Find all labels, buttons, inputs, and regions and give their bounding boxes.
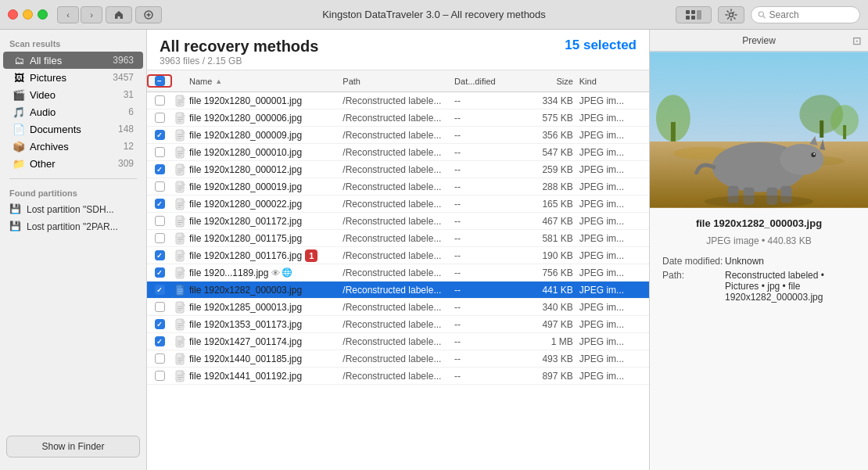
traffic-lights xyxy=(8,9,48,20)
col-header-size[interactable]: Size xyxy=(524,77,579,86)
row-checkbox-3[interactable] xyxy=(147,147,172,157)
table-row[interactable]: file 1920...1189.jpg👁🌐 /Reconstructed la… xyxy=(147,264,649,282)
sidebar-item-audio[interactable]: 🎵 Audio 6 xyxy=(3,103,143,120)
row-checkbox-11[interactable] xyxy=(147,285,172,295)
table-row[interactable]: file 1920x1280_000010.jpg /Reconstructed… xyxy=(147,144,649,161)
maximize-button[interactable] xyxy=(38,9,48,20)
sort-arrow-icon: ▲ xyxy=(215,77,222,85)
row-checkbox-5[interactable] xyxy=(147,181,172,192)
row-name-0: file 1920x1280_000001.jpg xyxy=(189,95,343,106)
sidebar-item-all-files[interactable]: 🗂 All files 3963 xyxy=(3,52,143,69)
row-checkbox-15[interactable] xyxy=(147,353,172,364)
row-path-1: /Reconstructed labele... xyxy=(343,113,454,124)
select-all-checkbox[interactable] xyxy=(147,74,172,88)
partition-item-partition-1[interactable]: 💾 Lost partition "SDH... xyxy=(0,201,146,218)
row-checkbox-10[interactable] xyxy=(147,267,172,278)
sidebar-item-documents[interactable]: 📄 Documents 148 xyxy=(3,120,143,138)
row-file-icon-10 xyxy=(172,267,189,279)
table-row[interactable]: file 1920x1427_001174.jpg /Reconstructed… xyxy=(147,333,649,350)
row-date-10: -- xyxy=(454,267,524,278)
partition-item-partition-2[interactable]: 💾 Lost partition "2PAR... xyxy=(0,218,146,235)
col-header-name[interactable]: Name ▲ xyxy=(189,77,343,86)
row-checkbox-0[interactable] xyxy=(147,95,172,106)
row-path-16: /Reconstructed labele... xyxy=(343,371,454,382)
sidebar-label-archives: Archives xyxy=(30,141,124,152)
table-row[interactable]: file 1920x1285_000013.jpg /Reconstructed… xyxy=(147,299,649,316)
search-input[interactable] xyxy=(769,9,853,20)
checkbox-4[interactable] xyxy=(155,164,165,174)
checkbox-8[interactable] xyxy=(155,233,165,243)
row-kind-2: JPEG im... xyxy=(579,130,649,141)
checkbox-2[interactable] xyxy=(155,130,165,140)
col-header-date[interactable]: Dat...dified xyxy=(454,77,524,86)
table-row[interactable]: file 1920x1441_001192.jpg /Reconstructed… xyxy=(147,368,649,385)
row-checkbox-1[interactable] xyxy=(147,113,172,123)
forward-button[interactable]: › xyxy=(81,6,102,23)
row-path-5: /Reconstructed labele... xyxy=(343,181,454,192)
table-row[interactable]: file 1920x1280_001172.jpg /Reconstructed… xyxy=(147,213,649,230)
col-header-path[interactable]: Path xyxy=(343,77,454,86)
view-toggle[interactable] xyxy=(676,6,712,23)
checkbox-15[interactable] xyxy=(155,353,165,364)
table-row[interactable]: file 1920x1353_001173.jpg /Reconstructed… xyxy=(147,316,649,333)
sidebar-item-archives[interactable]: 📦 Archives 12 xyxy=(3,138,143,155)
table-body: file 1920x1280_000001.jpg /Reconstructed… xyxy=(147,92,649,470)
row-kind-13: JPEG im... xyxy=(579,319,649,330)
sidebar-item-pictures[interactable]: 🖼 Pictures 3457 xyxy=(3,69,143,86)
row-checkbox-13[interactable] xyxy=(147,319,172,329)
table-row[interactable]: file 1920x1280_000019.jpg /Reconstructed… xyxy=(147,178,649,196)
row-checkbox-16[interactable] xyxy=(147,371,172,381)
table-row[interactable]: file 1920x1282_000003.jpg /Reconstructed… xyxy=(147,282,649,299)
checkbox-14[interactable] xyxy=(155,336,165,346)
table-row[interactable]: file 1920x1280_000001.jpg /Reconstructed… xyxy=(147,92,649,109)
close-button[interactable] xyxy=(8,9,18,20)
checkbox-10[interactable] xyxy=(155,267,165,278)
search-box[interactable] xyxy=(751,6,860,23)
row-checkbox-6[interactable] xyxy=(147,199,172,209)
table-row[interactable]: file 1920x1280_000009.jpg /Reconstructed… xyxy=(147,127,649,144)
minimize-button[interactable] xyxy=(23,9,33,20)
row-checkbox-4[interactable] xyxy=(147,164,172,174)
checkbox-13[interactable] xyxy=(155,319,165,329)
back-button[interactable]: ‹ xyxy=(57,6,79,23)
row-checkbox-8[interactable] xyxy=(147,233,172,243)
checkbox-9[interactable] xyxy=(155,250,165,260)
sidebar-item-video[interactable]: 🎬 Video 31 xyxy=(3,86,143,103)
home-button[interactable] xyxy=(106,6,132,23)
sidebar-count-all-files: 3963 xyxy=(113,55,134,66)
sidebar-item-other[interactable]: 📁 Other 309 xyxy=(3,155,143,172)
checkbox-6[interactable] xyxy=(155,199,165,209)
col-header-kind[interactable]: Kind xyxy=(579,77,649,86)
table-row[interactable]: file 1920x1440_001185.jpg /Reconstructed… xyxy=(147,350,649,368)
header-checkbox[interactable] xyxy=(155,76,165,86)
row-checkbox-2[interactable] xyxy=(147,130,172,140)
row-path-2: /Reconstructed labele... xyxy=(343,130,454,141)
table-row[interactable]: file 1920x1280_000006.jpg /Reconstructed… xyxy=(147,109,649,127)
checkbox-5[interactable] xyxy=(155,181,165,192)
titlebar: ‹ › Kingston DataTraveler 3.0 – All reco… xyxy=(0,0,868,30)
row-kind-7: JPEG im... xyxy=(579,216,649,227)
table-row[interactable]: file 1920x1280_000012.jpg /Reconstructed… xyxy=(147,161,649,178)
checkbox-11[interactable] xyxy=(155,285,165,295)
table-row[interactable]: file 1920x1280_000022.jpg /Reconstructed… xyxy=(147,196,649,213)
checkbox-1[interactable] xyxy=(155,113,165,123)
table-row[interactable]: file 1920x1280_001175.jpg /Reconstructed… xyxy=(147,230,649,247)
row-checkbox-9[interactable] xyxy=(147,250,172,260)
row-file-icon-15 xyxy=(172,353,189,365)
checkbox-7[interactable] xyxy=(155,216,165,226)
preview-expand-icon[interactable]: ⊡ xyxy=(852,34,862,47)
row-checkbox-14[interactable] xyxy=(147,336,172,346)
action-button[interactable] xyxy=(135,6,162,23)
row-checkbox-12[interactable] xyxy=(147,302,172,312)
show-in-finder-button[interactable]: Show in Finder xyxy=(6,436,140,457)
checkbox-3[interactable] xyxy=(155,147,165,157)
checkbox-16[interactable] xyxy=(155,371,165,381)
sidebar-count-pictures: 3457 xyxy=(113,72,134,83)
checkbox-0[interactable] xyxy=(155,95,165,106)
selected-count: 15 selected xyxy=(565,38,637,53)
row-date-15: -- xyxy=(454,353,524,364)
checkbox-12[interactable] xyxy=(155,302,165,312)
settings-button[interactable] xyxy=(718,6,744,23)
table-row[interactable]: file 1920x1280_001176.jpg1 /Reconstructe… xyxy=(147,247,649,264)
row-checkbox-7[interactable] xyxy=(147,216,172,226)
